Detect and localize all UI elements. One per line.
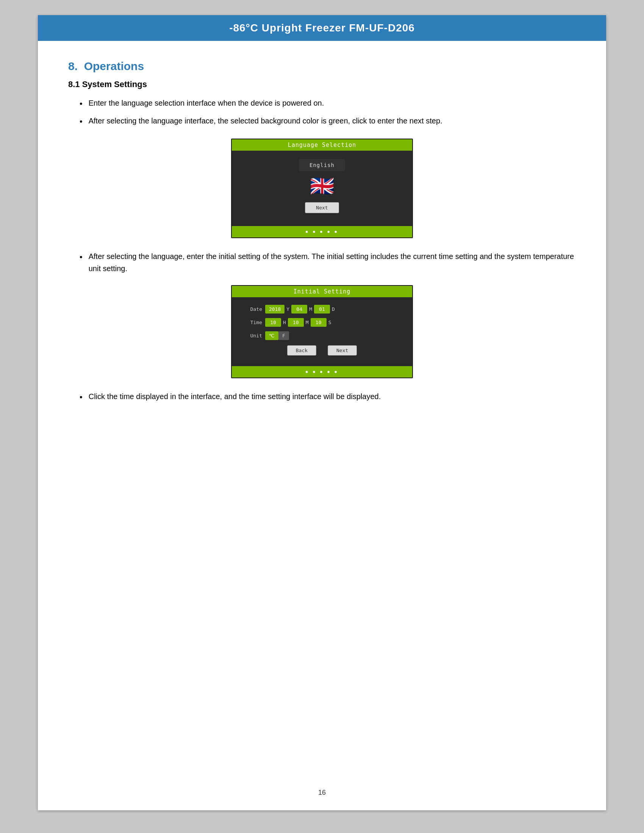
initial-screen-body: Date 2018 Y 04 M 01 D Time 10 H 10 [232,297,412,366]
unit-fahrenheit-button[interactable]: F [279,331,289,340]
unit-row: Unit ℃ F [243,331,401,340]
language-button[interactable]: English [299,159,345,171]
initial-screen-title: Initial Setting [232,286,412,297]
bullet-item-1: Enter the language selection interface w… [68,97,576,110]
second-sep: S [328,320,332,325]
initial-back-button[interactable]: Back [287,345,316,355]
initial-screen-container: Initial Setting Date 2018 Y 04 M 01 D [68,285,576,378]
day-value[interactable]: 01 [314,305,330,314]
time-label: Time [243,320,262,325]
unit-label: Unit [243,333,262,338]
minute-sep: M [306,320,309,325]
language-dots-bar: ● ● ● ● ● [232,226,412,237]
hour-value[interactable]: 10 [265,318,281,327]
bullet-list-1: Enter the language selection interface w… [68,97,576,128]
minute-value[interactable]: 10 [288,318,304,327]
header-title: -86°C Upright Freezer FM-UF-D206 [229,22,415,34]
language-screen-container: Language Selection English 🇬🇧 Next ● ● ●… [68,138,576,238]
bullet-list-3: Click the time displayed in the interfac… [68,391,576,404]
unit-celsius-button[interactable]: ℃ [265,331,279,340]
section-heading: 8. Operations [68,60,576,73]
day-sep: D [332,306,335,312]
date-row: Date 2018 Y 04 M 01 D [243,305,401,314]
month-sep: M [309,306,312,312]
bullet-item-3: After selecting the language, enter the … [68,250,576,275]
language-screen-title: Language Selection [232,139,412,151]
language-screen: Language Selection English 🇬🇧 Next ● ● ●… [231,138,413,238]
second-value[interactable]: 10 [311,318,327,327]
initial-dots-bar: ● ● ● ● ● [232,366,412,378]
date-label: Date [243,306,262,312]
year-sep: Y [287,306,290,312]
month-value[interactable]: 04 [291,305,307,314]
initial-nav-row: Back Next [243,345,401,355]
section-title: Operations [84,60,144,72]
bullet-item-2: After selecting the language interface, … [68,115,576,128]
section-number: 8. [68,60,78,72]
subsection-heading: 8.1 System Settings [68,79,576,89]
year-value[interactable]: 2018 [265,305,285,314]
page-header: -86°C Upright Freezer FM-UF-D206 [38,15,606,41]
initial-next-button[interactable]: Next [328,345,357,355]
page: -86°C Upright Freezer FM-UF-D206 8. Oper… [38,15,606,810]
language-next-button[interactable]: Next [305,202,339,213]
hour-sep: H [283,320,286,325]
bullet-list-2: After selecting the language, enter the … [68,250,576,275]
flag-icon: 🇬🇧 [310,177,335,196]
language-screen-body: English 🇬🇧 Next [232,151,412,226]
initial-screen: Initial Setting Date 2018 Y 04 M 01 D [231,285,413,378]
page-content: 8. Operations 8.1 System Settings Enter … [38,41,606,442]
bullet-item-4: Click the time displayed in the interfac… [68,391,576,404]
page-number: 16 [38,789,606,797]
time-row: Time 10 H 10 M 10 S [243,318,401,327]
